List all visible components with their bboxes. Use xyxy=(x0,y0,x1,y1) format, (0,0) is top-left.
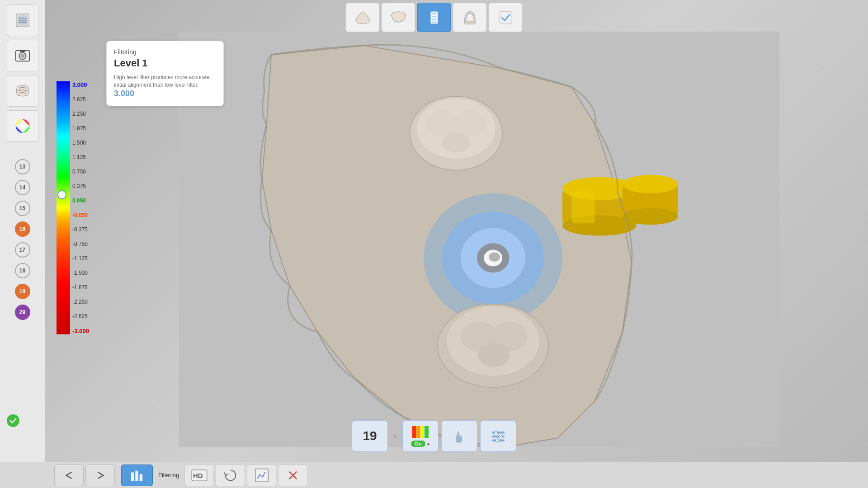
svg-rect-37 xyxy=(432,19,436,20)
svg-point-11 xyxy=(489,253,500,262)
svg-rect-15 xyxy=(571,191,594,224)
nav-forward-button[interactable] xyxy=(85,465,115,486)
texture-button[interactable] xyxy=(7,75,38,107)
color-button[interactable] xyxy=(7,110,38,142)
top-toolbar xyxy=(343,0,525,35)
tooth-19[interactable]: 19 xyxy=(15,284,30,299)
scale-0375: 0.375 xyxy=(72,183,89,189)
scale-2250: 2.250 xyxy=(72,111,89,117)
svg-rect-39 xyxy=(464,21,475,24)
tooth-17[interactable]: 17 xyxy=(15,242,30,258)
svg-rect-44 xyxy=(425,426,429,438)
scale-max: 3.000 xyxy=(72,81,89,88)
upper-teeth-button[interactable] xyxy=(346,3,380,32)
svg-rect-42 xyxy=(416,426,420,438)
svg-rect-36 xyxy=(432,16,436,17)
svg-point-48 xyxy=(494,431,497,434)
svg-rect-31 xyxy=(20,51,25,52)
scale-p050: 0.050 xyxy=(72,197,89,204)
play-button[interactable] xyxy=(216,465,245,486)
color-map-button[interactable]: On ● xyxy=(402,420,439,452)
very-bottom-toolbar: Filtering HD xyxy=(0,462,868,488)
full-arch-button[interactable] xyxy=(453,3,487,32)
svg-rect-35 xyxy=(432,13,436,14)
tooth-14[interactable]: 14 xyxy=(15,180,30,195)
svg-point-50 xyxy=(496,439,499,442)
on-badge: On xyxy=(411,441,425,447)
scale-n2250: -2.250 xyxy=(72,299,89,305)
scale-n375: -0.375 xyxy=(72,226,89,233)
svg-point-30 xyxy=(20,54,25,58)
scale-slider[interactable] xyxy=(57,190,66,199)
svg-rect-51 xyxy=(131,472,134,481)
svg-rect-56 xyxy=(255,469,269,482)
tooth-15[interactable]: 15 xyxy=(15,201,30,216)
svg-rect-52 xyxy=(135,470,138,480)
delete-button[interactable] xyxy=(278,465,307,486)
screenshot-button[interactable] xyxy=(7,40,38,71)
scale-n1500: -1.500 xyxy=(72,270,89,276)
scale-n1125: -1.125 xyxy=(72,255,89,262)
svg-rect-43 xyxy=(420,426,424,438)
confirm-button[interactable] xyxy=(489,3,523,32)
nav-back-button[interactable] xyxy=(54,465,84,486)
tooth-13[interactable]: 13 xyxy=(15,159,30,174)
svg-rect-46 xyxy=(492,435,505,437)
left-sidebar: 13 14 15 16 17 18 19 29 xyxy=(0,0,45,488)
scale-n750: -0.750 xyxy=(72,241,89,247)
svg-point-5 xyxy=(442,132,470,153)
svg-point-23 xyxy=(478,343,510,367)
svg-point-18 xyxy=(623,208,678,225)
confirm-check[interactable] xyxy=(7,414,19,427)
chart-button[interactable] xyxy=(121,465,153,486)
hd-button[interactable]: HD xyxy=(184,465,214,486)
implant-button[interactable] xyxy=(417,3,451,32)
bottom-toolbar: 19 › On ● xyxy=(352,420,516,452)
scale-n2625: -2.625 xyxy=(72,313,89,319)
edit-button[interactable] xyxy=(7,5,38,36)
svg-rect-38 xyxy=(432,21,436,23)
settings-button[interactable] xyxy=(480,420,516,452)
interaction-button[interactable] xyxy=(441,420,477,452)
svg-rect-41 xyxy=(412,426,416,438)
svg-point-33 xyxy=(20,123,25,128)
filtering-label: Filtering xyxy=(155,472,183,479)
lower-teeth-button[interactable] xyxy=(382,3,415,32)
color-bar xyxy=(57,81,70,334)
tooltip-description: High level filter produces more accurate… xyxy=(114,74,216,89)
scale-n050: -0.050 xyxy=(72,212,89,218)
selected-tooth-number: 19 xyxy=(363,429,377,443)
svg-point-17 xyxy=(623,175,678,193)
svg-rect-45 xyxy=(492,432,505,433)
tooth-29[interactable]: 29 xyxy=(15,305,30,320)
tooth-18[interactable]: 18 xyxy=(15,263,30,278)
scale-n1875: -1.875 xyxy=(72,284,89,291)
scale-1125: 1.125 xyxy=(72,154,89,160)
scale-1875: 1.875 xyxy=(72,125,89,131)
analyze-button[interactable] xyxy=(247,465,276,486)
scale-2625: 2.625 xyxy=(72,96,89,103)
svg-text:HD: HD xyxy=(193,471,203,479)
color-scale: Filtering Level 1 High level filter prod… xyxy=(47,27,84,334)
scale-min: -3.000 xyxy=(72,328,89,334)
tooltip-value: 3.000 xyxy=(114,89,134,98)
filtering-tooltip: Filtering Level 1 High level filter prod… xyxy=(106,41,224,106)
tooth-number-display[interactable]: 19 xyxy=(352,420,388,452)
svg-rect-53 xyxy=(139,474,142,481)
scale-labels: 3.000 2.625 2.250 1.875 1.500 1.125 0.75… xyxy=(72,81,89,334)
tooth-16[interactable]: 16 xyxy=(15,221,30,237)
tooltip-level: Level 1 xyxy=(114,57,216,69)
expand-arrow[interactable]: › xyxy=(391,422,400,450)
scale-1500: 1.500 xyxy=(72,140,89,146)
tooltip-title: Filtering xyxy=(114,48,216,56)
scale-0750: 0.750 xyxy=(72,169,89,175)
svg-point-49 xyxy=(499,435,502,438)
